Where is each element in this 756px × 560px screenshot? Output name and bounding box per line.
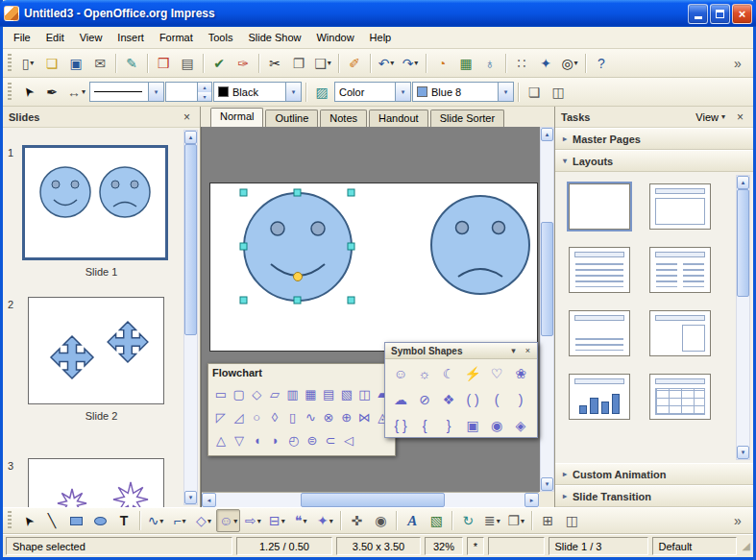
spellcheck-button[interactable]: ✔ [207,52,231,75]
layout-thumb-table[interactable] [649,374,711,420]
basic-shapes-button[interactable]: ◇▾ [192,509,215,532]
flowchart-magnetic-disc-icon[interactable]: ⊜ [304,430,321,450]
flowchart-sequential-access-icon[interactable]: ◴ [285,430,303,450]
status-page-style[interactable]: Default [652,537,737,555]
cut-button[interactable]: ✂ [263,52,286,75]
open-button[interactable]: ❏ [40,52,63,75]
flowchart-connector-icon[interactable]: ○ [248,407,265,427]
toolbar-drag-handle[interactable] [8,511,12,530]
section-layouts[interactable]: ▾ Layouts [555,150,753,172]
maximize-button[interactable] [710,4,730,24]
new-document-button[interactable]: ▯▾ [16,52,39,75]
symbol-left-brace-icon[interactable]: { [413,414,436,436]
menu-edit[interactable]: Edit [38,27,72,48]
export-pdf-button[interactable]: ❒ [152,52,175,75]
flowchart-alternate-process-icon[interactable]: ▢ [231,384,248,404]
shadow-button[interactable]: ❏ [523,81,546,104]
minimize-button[interactable] [688,4,708,24]
smiley-face-shape[interactable] [244,193,352,301]
hyperlink-button[interactable]: ♁ [478,52,501,75]
flowchart-terminator-icon[interactable]: ◫ [356,384,374,404]
layout-thumb-title-text[interactable] [569,247,630,293]
layout-thumb-chart[interactable] [569,374,630,420]
scroll-thumb[interactable] [301,493,445,507]
save-button[interactable]: ▣ [64,52,87,75]
slide-canvas[interactable] [209,183,538,352]
email-button[interactable]: ✉ [88,52,111,75]
menu-file[interactable]: File [6,27,38,48]
snap-grid-button[interactable]: ⊞ [536,509,559,532]
tasks-view-menu[interactable]: View ▾ [695,111,725,123]
spin-down-icon[interactable]: ▾ [198,92,211,102]
combo-dropdown-icon[interactable]: ▾ [498,83,513,101]
scroll-down-button[interactable]: ▾ [737,446,749,459]
layout-thumb-title-content[interactable] [649,183,711,230]
menu-insert[interactable]: Insert [110,27,152,48]
layouts-scrollbar[interactable]: ▴ ▾ [736,175,750,460]
toolbar-drag-handle[interactable] [8,83,12,102]
flowchart-stored-data-icon[interactable]: ◖ [249,430,266,450]
insert-picture-button[interactable]: ▧ [425,509,448,532]
scroll-down-button[interactable]: ▾ [184,491,197,504]
curve-tool-button[interactable]: ∿▾ [144,509,167,532]
tasks-panel-close-button[interactable]: × [733,110,747,124]
connector-tool-button[interactable]: ⌐▾ [168,509,191,532]
flowchart-card-icon[interactable]: ▯ [284,407,302,427]
flowchart-or-icon[interactable]: ⊕ [338,407,355,427]
line-width-value[interactable] [166,83,197,101]
extrusion-button[interactable]: ◫ [560,509,583,532]
symbol-double-brace-icon[interactable]: { } [389,414,412,436]
flowchart-summing-junction-icon[interactable]: ⊗ [320,407,337,427]
section-custom-animation[interactable]: ▸ Custom Animation [555,463,753,485]
flowchart-process-icon[interactable]: ▭ [212,384,230,404]
slides-scrollbar[interactable]: ▴ ▾ [183,130,198,505]
flowchart-shapes-button[interactable]: ⊟▾ [265,509,288,532]
layout-thumb-text-content[interactable] [649,310,711,356]
symbol-left-bracket-icon[interactable]: ( [485,388,508,410]
menu-slide-show[interactable]: Slide Show [240,27,308,48]
print-button[interactable]: ▤ [176,52,199,75]
combo-dropdown-icon[interactable]: ▾ [148,83,163,101]
tab-normal[interactable]: Normal [210,108,263,127]
symbol-right-bracket-icon[interactable]: ) [509,388,532,410]
text-tool-button[interactable]: T [112,509,135,532]
line-width-spinner[interactable]: ▴▾ [165,82,212,102]
copy-button[interactable]: ❐ [287,52,310,75]
fill-color-combobox[interactable]: Blue 8 ▾ [412,82,514,102]
flowchart-display-icon[interactable]: ◁ [340,430,357,450]
spin-up-icon[interactable]: ▴ [198,83,211,92]
flowchart-manual-input-icon[interactable]: ◸ [212,407,230,427]
tab-outline[interactable]: Outline [265,110,318,127]
scroll-track[interactable] [541,141,553,477]
area-dialog-button[interactable]: ▨ [310,81,333,104]
status-object-size[interactable]: 3.50 x 3.50 [336,537,421,555]
palette-menu-button[interactable]: ▾ [507,345,520,357]
scroll-left-button[interactable]: ◂ [202,493,216,507]
flowchart-internal-storage-icon[interactable]: ▦ [303,384,320,404]
block-arrows-button[interactable]: ⇨▾ [241,509,264,532]
line-tool-button[interactable]: ╲ [40,509,63,532]
layout-thumb-blank[interactable] [569,183,630,230]
scroll-track[interactable] [216,493,524,507]
canvas-horizontal-scrollbar[interactable]: ◂ ▸ [202,492,539,507]
symbol-diamond-bevel-icon[interactable]: ◈ [509,414,532,436]
section-slide-transition[interactable]: ▸ Slide Transition [555,485,753,507]
status-cursor-position[interactable]: 1.25 / 0.50 [236,537,332,555]
scroll-track[interactable] [737,189,749,446]
toolbar-overflow-button[interactable]: » [726,509,749,532]
close-button[interactable]: × [732,4,752,24]
symbol-double-bracket-icon[interactable]: ( ) [461,388,484,410]
scroll-thumb[interactable] [737,189,749,297]
line-style-combobox[interactable]: ▾ [89,82,164,102]
arrow-style-button[interactable]: ↔▾ [64,81,88,104]
select-tool-button[interactable]: ➤ [16,509,39,532]
symbol-prohibited-icon[interactable]: ⊘ [413,388,436,410]
frowny-face-shape[interactable] [431,196,529,294]
flowchart-data-icon[interactable]: ▱ [266,384,283,404]
slide-3-thumbnail[interactable] [28,458,164,507]
scroll-thumb[interactable] [541,222,553,336]
flowchart-multidocument-icon[interactable]: ▧ [338,384,355,404]
fill-style-combobox[interactable]: Color ▾ [334,82,411,102]
insert-chart-button[interactable]: ◔ [430,52,453,75]
flowchart-decision-icon[interactable]: ◇ [248,384,265,404]
